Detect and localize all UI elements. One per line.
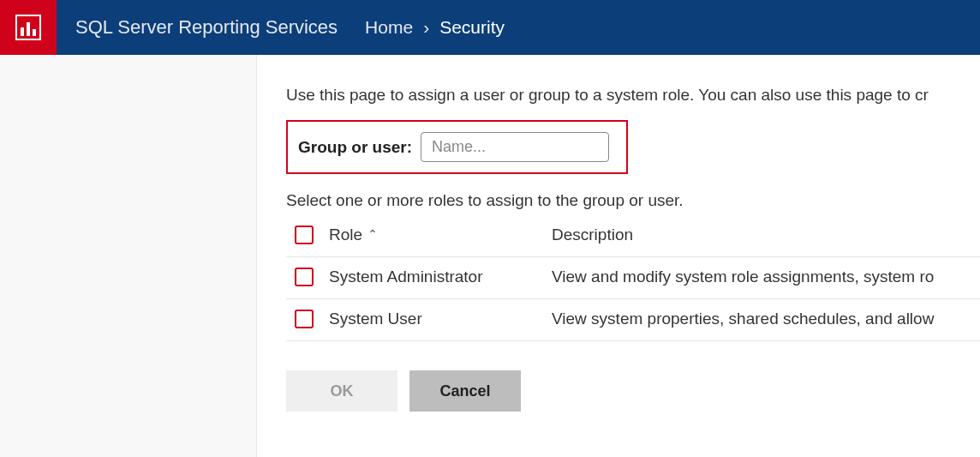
app-logo[interactable] xyxy=(0,0,57,55)
cancel-button[interactable]: Cancel xyxy=(409,370,521,412)
roles-table: Role ⌃ Description System Administrator … xyxy=(286,224,980,341)
select-all-checkbox[interactable] xyxy=(295,225,314,244)
top-bar: SQL Server Reporting Services Home › Sec… xyxy=(0,0,980,55)
row-check-cell xyxy=(295,310,329,328)
table-row: System User View system properties, shar… xyxy=(286,299,980,341)
row-check-cell xyxy=(295,268,329,286)
role-description: View system properties, shared schedules… xyxy=(552,310,980,328)
table-row: System Administrator View and modify sys… xyxy=(286,257,980,299)
intro-text: Use this page to assign a user or group … xyxy=(286,86,980,105)
group-user-input[interactable] xyxy=(421,132,609,162)
breadcrumb-current: Security xyxy=(439,17,505,38)
select-all-cell xyxy=(295,225,329,244)
role-name: System Administrator xyxy=(329,268,552,286)
select-roles-text: Select one or more roles to assign to th… xyxy=(286,191,980,210)
breadcrumb-home[interactable]: Home xyxy=(365,17,413,38)
role-description: View and modify system role assignments,… xyxy=(552,268,980,286)
sidebar xyxy=(0,55,257,457)
bar-chart-icon xyxy=(15,15,41,40)
role-checkbox[interactable] xyxy=(295,268,314,286)
app-title: SQL Server Reporting Services xyxy=(75,16,338,39)
group-user-label: Group or user: xyxy=(298,138,412,157)
column-header-role-label: Role xyxy=(329,225,362,244)
role-checkbox[interactable] xyxy=(295,310,314,328)
layout: Use this page to assign a user or group … xyxy=(0,55,980,457)
sort-ascending-icon: ⌃ xyxy=(368,227,378,241)
chevron-right-icon: › xyxy=(423,17,429,38)
column-header-role[interactable]: Role ⌃ xyxy=(329,225,552,244)
role-name: System User xyxy=(329,310,552,328)
ok-button[interactable]: OK xyxy=(286,370,397,412)
breadcrumb: Home › Security xyxy=(365,17,505,38)
column-header-description[interactable]: Description xyxy=(552,225,980,244)
button-row: OK Cancel xyxy=(286,370,980,412)
roles-header-row: Role ⌃ Description xyxy=(286,224,980,257)
main-content: Use this page to assign a user or group … xyxy=(257,55,980,457)
group-user-field-highlight: Group or user: xyxy=(286,120,628,174)
